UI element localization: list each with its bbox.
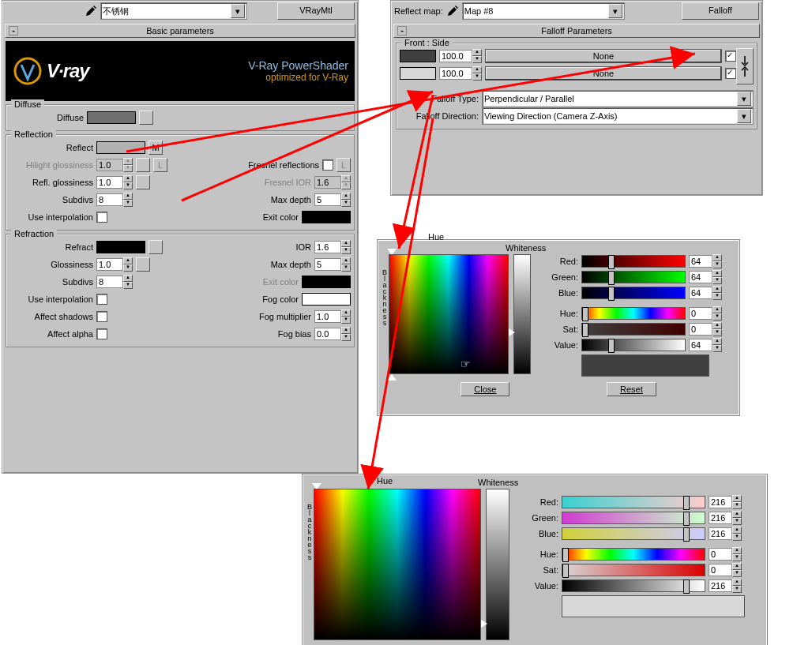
- red-slider[interactable]: [562, 496, 705, 508]
- green-input[interactable]: [689, 271, 712, 283]
- red-input[interactable]: [689, 255, 712, 268]
- subdivs-input[interactable]: [96, 193, 123, 206]
- lock-button[interactable]: L: [153, 158, 167, 172]
- value-input[interactable]: [689, 339, 712, 351]
- refract-map-button[interactable]: [148, 240, 163, 254]
- green-slider[interactable]: [562, 512, 705, 524]
- sat-slider[interactable]: [581, 323, 686, 336]
- hilight-gloss-input[interactable]: [96, 159, 123, 171]
- glossiness-map-button[interactable]: [136, 257, 150, 272]
- hue-slider[interactable]: [581, 307, 686, 320]
- material-type-button[interactable]: VRayMtl: [277, 2, 355, 20]
- blue-input[interactable]: [689, 287, 712, 299]
- ior-input[interactable]: [314, 241, 341, 253]
- close-button[interactable]: Close: [461, 382, 509, 396]
- whiteness-marker[interactable]: [481, 620, 487, 628]
- r-subdivs-spinner[interactable]: ▲▼: [96, 275, 133, 289]
- affect-shadows-checkbox[interactable]: [96, 311, 107, 322]
- map-type-button[interactable]: Falloff: [682, 2, 759, 20]
- slot1-amount-input[interactable]: [439, 50, 472, 62]
- hilight-gloss-spinner[interactable]: ▲▼: [96, 158, 133, 172]
- hue-field[interactable]: [314, 489, 481, 640]
- value-slider[interactable]: [581, 339, 686, 351]
- hue-input[interactable]: [689, 307, 712, 320]
- hue-bottom-marker[interactable]: [387, 374, 397, 381]
- sat-input[interactable]: [689, 323, 712, 336]
- slot2-amount-spinner[interactable]: ▲▼: [439, 66, 482, 81]
- glossiness-spinner[interactable]: ▲▼: [96, 257, 133, 272]
- chevron-down-icon[interactable]: ▾: [737, 109, 751, 123]
- refl-gloss-map-button[interactable]: [136, 175, 150, 189]
- whiteness-slider[interactable]: [513, 254, 531, 374]
- use-interp-checkbox[interactable]: [96, 212, 107, 223]
- blue-slider[interactable]: [562, 527, 705, 540]
- glossiness-input[interactable]: [96, 258, 123, 271]
- refl-gloss-input[interactable]: [96, 176, 123, 189]
- fog-color-swatch[interactable]: [302, 293, 351, 306]
- falloff-dir-dropdown[interactable]: Viewing Direction (Camera Z-Axis) ▾: [482, 107, 754, 125]
- diffuse-map-button[interactable]: [139, 111, 153, 125]
- falloff-slot2-swatch[interactable]: [400, 67, 436, 80]
- sat-input[interactable]: [709, 564, 732, 576]
- subdivs-spinner[interactable]: ▲▼: [96, 193, 133, 207]
- banner-line1: V-Ray PowerShader: [248, 59, 348, 72]
- green-input[interactable]: [709, 512, 732, 524]
- fog-bias-input[interactable]: [314, 328, 341, 340]
- chevron-down-icon[interactable]: ▾: [231, 4, 245, 18]
- maxdepth-input[interactable]: [314, 193, 341, 206]
- reflect-map-button[interactable]: M: [148, 141, 163, 155]
- eyedropper-icon[interactable]: [85, 5, 97, 17]
- fog-mult-input[interactable]: [314, 310, 341, 323]
- blue-input[interactable]: [709, 527, 732, 540]
- whiteness-slider[interactable]: [486, 489, 509, 640]
- slot1-map-button[interactable]: None: [485, 49, 722, 63]
- diffuse-color-swatch[interactable]: [87, 111, 136, 124]
- green-slider[interactable]: [581, 271, 686, 283]
- red-input[interactable]: [709, 496, 732, 508]
- refract-color-swatch[interactable]: [96, 241, 145, 253]
- affect-alpha-checkbox[interactable]: [96, 328, 107, 339]
- group-title: Diffuse: [11, 99, 44, 109]
- slot2-amount-input[interactable]: [439, 67, 472, 80]
- falloff-slot1-swatch[interactable]: [400, 50, 436, 62]
- chevron-down-icon[interactable]: ▾: [608, 4, 622, 18]
- slot2-map-button[interactable]: None: [485, 66, 722, 81]
- whiteness-marker[interactable]: [509, 328, 515, 336]
- hue-label: Hue: [377, 476, 393, 486]
- value-slider[interactable]: [562, 579, 705, 592]
- falloff-params-rollout[interactable]: - Falloff Parameters: [393, 24, 760, 38]
- hue-slider[interactable]: [562, 548, 705, 561]
- exit-color-swatch[interactable]: [302, 211, 351, 223]
- value-input[interactable]: [709, 579, 732, 592]
- material-name-dropdown[interactable]: 不锈钢 ▾: [100, 2, 247, 20]
- slot1-amount-spinner[interactable]: ▲▼: [439, 49, 482, 63]
- hue-input[interactable]: [709, 548, 732, 561]
- maxdepth-spinner[interactable]: ▲▼: [314, 193, 351, 207]
- hue-field[interactable]: ☞: [389, 254, 509, 374]
- basic-params-rollout[interactable]: - Basic parameters: [5, 24, 355, 38]
- sat-slider[interactable]: [562, 564, 705, 576]
- map-name-dropdown[interactable]: Map #8 ▾: [462, 2, 625, 20]
- reset-button[interactable]: Reset: [607, 382, 656, 396]
- reflect-color-swatch[interactable]: [96, 141, 145, 154]
- fog-bias-spinner[interactable]: ▲▼: [314, 327, 351, 341]
- r-subdivs-input[interactable]: [96, 276, 123, 288]
- ior-spinner[interactable]: ▲▼: [314, 240, 351, 254]
- refl-gloss-spinner[interactable]: ▲▼: [96, 175, 133, 189]
- swap-slots-button[interactable]: [736, 48, 754, 84]
- hilight-map-button[interactable]: [136, 158, 150, 172]
- eyedropper-icon[interactable]: [446, 5, 459, 17]
- r-maxdepth-spinner[interactable]: ▲▼: [314, 257, 351, 272]
- falloff-type-dropdown[interactable]: Perpendicular / Parallel ▾: [482, 90, 754, 107]
- swap-arrow-icon: [739, 54, 750, 78]
- chevron-down-icon[interactable]: ▾: [737, 92, 751, 106]
- r-exit-color-swatch[interactable]: [302, 276, 351, 288]
- red-slider[interactable]: [581, 255, 686, 268]
- fog-mult-spinner[interactable]: ▲▼: [314, 309, 351, 324]
- fresnel-refl-checkbox[interactable]: [322, 159, 333, 171]
- slot1-enable-checkbox[interactable]: [725, 51, 736, 62]
- r-maxdepth-input[interactable]: [314, 258, 341, 271]
- slot2-enable-checkbox[interactable]: [725, 68, 736, 79]
- blue-slider[interactable]: [581, 287, 686, 299]
- r-use-interp-checkbox[interactable]: [96, 294, 107, 305]
